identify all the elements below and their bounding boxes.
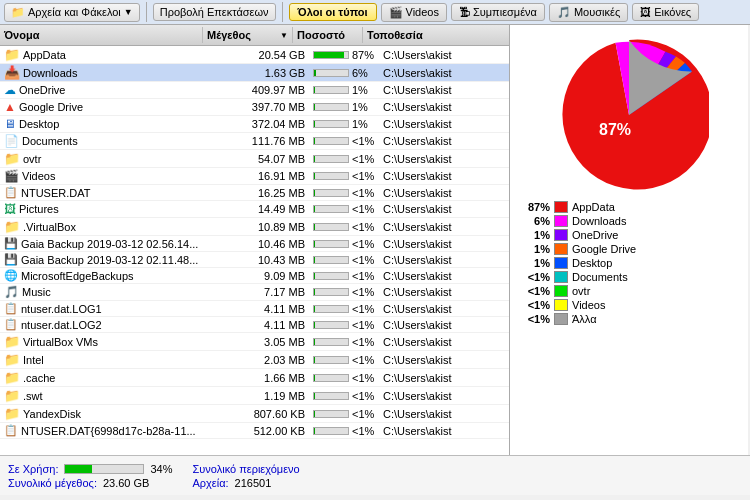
pct-text: <1%	[352, 238, 374, 250]
cell-name: 📋 NTUSER.DAT{6998d17c-b28a-11...	[0, 423, 219, 438]
cell-pct: 1%	[309, 100, 379, 114]
table-row[interactable]: 📋 ntuser.dat.LOG1 4.11 MB <1% C:\Users\a…	[0, 301, 509, 317]
tab-all-types[interactable]: Όλοι οι τύποι	[289, 3, 377, 21]
cell-name: 🎵 Music	[0, 284, 219, 300]
legend-color-box	[554, 243, 568, 255]
cell-loc: C:\Users\akist	[379, 169, 509, 183]
col-loc-header[interactable]: Τοποθεσία	[363, 27, 493, 43]
legend-item: 87% AppData	[522, 201, 736, 213]
table-row[interactable]: ☁ OneDrive 409.97 MB 1% C:\Users\akist	[0, 82, 509, 99]
table-row[interactable]: 📄 Documents 111.76 MB <1% C:\Users\akist	[0, 133, 509, 150]
usage-bar-outer	[64, 464, 144, 474]
cell-size: 4.11 MB	[219, 318, 309, 332]
legend-label: Google Drive	[572, 243, 636, 255]
table-row[interactable]: 📁 YandexDisk 807.60 KB <1% C:\Users\akis…	[0, 405, 509, 423]
tab-videos[interactable]: 🎬 Videos	[381, 3, 447, 22]
legend-label: Videos	[572, 299, 605, 311]
pct-text: <1%	[352, 408, 374, 420]
row-icon: 📥	[4, 65, 20, 80]
legend-color-box	[554, 215, 568, 227]
pct-text: <1%	[352, 203, 374, 215]
tab-combined[interactable]: 🗜 Συμπιεσμένα	[451, 3, 545, 21]
table-row[interactable]: 🖼 Pictures 14.49 MB <1% C:\Users\akist	[0, 201, 509, 218]
row-name-text: MicrosoftEdgeBackups	[21, 270, 134, 282]
row-icon: 📁	[4, 352, 20, 367]
legend-label: Desktop	[572, 257, 612, 269]
cell-loc: C:\Users\akist	[379, 389, 509, 403]
cell-size: 7.17 MB	[219, 285, 309, 299]
col-pct-header[interactable]: Ποσοστό	[293, 27, 363, 43]
table-row[interactable]: 📋 ntuser.dat.LOG2 4.11 MB <1% C:\Users\a…	[0, 317, 509, 333]
row-name-text: .swt	[23, 390, 43, 402]
legend-item: 1% OneDrive	[522, 229, 736, 241]
table-row[interactable]: 🎵 Music 7.17 MB <1% C:\Users\akist	[0, 284, 509, 301]
pct-text: <1%	[352, 390, 374, 402]
table-row[interactable]: 📥 Downloads 1.63 GB 6% C:\Users\akist	[0, 64, 509, 82]
legend-label: AppData	[572, 201, 615, 213]
tab-music[interactable]: 🎵 Μουσικές	[549, 3, 628, 22]
table-row[interactable]: 📁 Intel 2.03 MB <1% C:\Users\akist	[0, 351, 509, 369]
col-size-header[interactable]: Μέγεθος ▼	[203, 27, 293, 43]
pct-text: 1%	[352, 101, 368, 113]
cell-pct: <1%	[309, 389, 379, 403]
row-name-text: ovtr	[23, 153, 41, 165]
legend-item: 6% Downloads	[522, 215, 736, 227]
row-icon: 💾	[4, 253, 18, 266]
table-row[interactable]: 🖥 Desktop 372.04 MB 1% C:\Users\akist	[0, 116, 509, 133]
table-row[interactable]: 📋 NTUSER.DAT{6998d17c-b28a-11... 512.00 …	[0, 423, 509, 439]
table-row[interactable]: 📁 ovtr 54.07 MB <1% C:\Users\akist	[0, 150, 509, 168]
cell-name: 🖼 Pictures	[0, 201, 219, 217]
table-row[interactable]: 📁 VirtualBox VMs 3.05 MB <1% C:\Users\ak…	[0, 333, 509, 351]
cell-name: 📁 AppData	[0, 46, 219, 63]
images-icon: 🖼	[640, 6, 651, 18]
files-folders-btn[interactable]: 📁 Αρχεία και Φάκελοι ▼	[4, 3, 140, 22]
table-row[interactable]: 📁 .VirtualBox 10.89 MB <1% C:\Users\akis…	[0, 218, 509, 236]
cell-name: 📁 YandexDisk	[0, 405, 219, 422]
table-row[interactable]: 📁 .swt 1.19 MB <1% C:\Users\akist	[0, 387, 509, 405]
legend-color-box	[554, 201, 568, 213]
cell-pct: 87%	[309, 48, 379, 62]
extensions-btn[interactable]: Προβολή Επεκτάσεων	[153, 3, 276, 21]
legend-pct: 1%	[522, 229, 550, 241]
cell-pct: <1%	[309, 335, 379, 349]
cell-size: 409.97 MB	[219, 83, 309, 97]
pct-text: <1%	[352, 221, 374, 233]
table-row[interactable]: 🎬 Videos 16.91 MB <1% C:\Users\akist	[0, 168, 509, 185]
table-row[interactable]: 📁 AppData 20.54 GB 87% C:\Users\akist	[0, 46, 509, 64]
table-row[interactable]: 💾 Gaia Backup 2019-03-12 02.11.48... 10.…	[0, 252, 509, 268]
cell-loc: C:\Users\akist	[379, 152, 509, 166]
row-icon: 🎬	[4, 169, 19, 183]
row-icon: ▲	[4, 100, 16, 114]
cell-loc: C:\Users\akist	[379, 253, 509, 267]
table-row[interactable]: 📋 NTUSER.DAT 16.25 MB <1% C:\Users\akist	[0, 185, 509, 201]
cell-name: 📥 Downloads	[0, 64, 219, 81]
col-name-header[interactable]: Όνομα	[0, 27, 203, 43]
pct-text: <1%	[352, 425, 374, 437]
cell-loc: C:\Users\akist	[379, 237, 509, 251]
legend-color-box	[554, 285, 568, 297]
row-name-text: ntuser.dat.LOG2	[21, 319, 102, 331]
separator2	[282, 2, 283, 22]
cell-size: 20.54 GB	[219, 48, 309, 62]
row-icon: 📄	[4, 134, 19, 148]
legend-item: <1% Documents	[522, 271, 736, 283]
cell-pct: <1%	[309, 424, 379, 438]
video-icon: 🎬	[389, 6, 403, 19]
cell-loc: C:\Users\akist	[379, 48, 509, 62]
table-row[interactable]: 💾 Gaia Backup 2019-03-12 02.56.14... 10.…	[0, 236, 509, 252]
row-name-text: .VirtualBox	[23, 221, 76, 233]
table-row[interactable]: 🌐 MicrosoftEdgeBackups 9.09 MB <1% C:\Us…	[0, 268, 509, 284]
legend-item: 1% Google Drive	[522, 243, 736, 255]
cell-pct: <1%	[309, 285, 379, 299]
status-content-group: Συνολικό περιεχόμενο Αρχεία: 216501	[192, 463, 299, 489]
cell-size: 14.49 MB	[219, 202, 309, 216]
table-body[interactable]: 📁 AppData 20.54 GB 87% C:\Users\akist 📥 …	[0, 46, 509, 455]
table-row[interactable]: ▲ Google Drive 397.70 MB 1% C:\Users\aki…	[0, 99, 509, 116]
table-row[interactable]: 📁 .cache 1.66 MB <1% C:\Users\akist	[0, 369, 509, 387]
cell-loc: C:\Users\akist	[379, 100, 509, 114]
row-name-text: ntuser.dat.LOG1	[21, 303, 102, 315]
cell-loc: C:\Users\akist	[379, 186, 509, 200]
row-name-text: VirtualBox VMs	[23, 336, 98, 348]
row-icon: 🎵	[4, 285, 19, 299]
tab-images[interactable]: 🖼 Εικόνες	[632, 3, 699, 21]
